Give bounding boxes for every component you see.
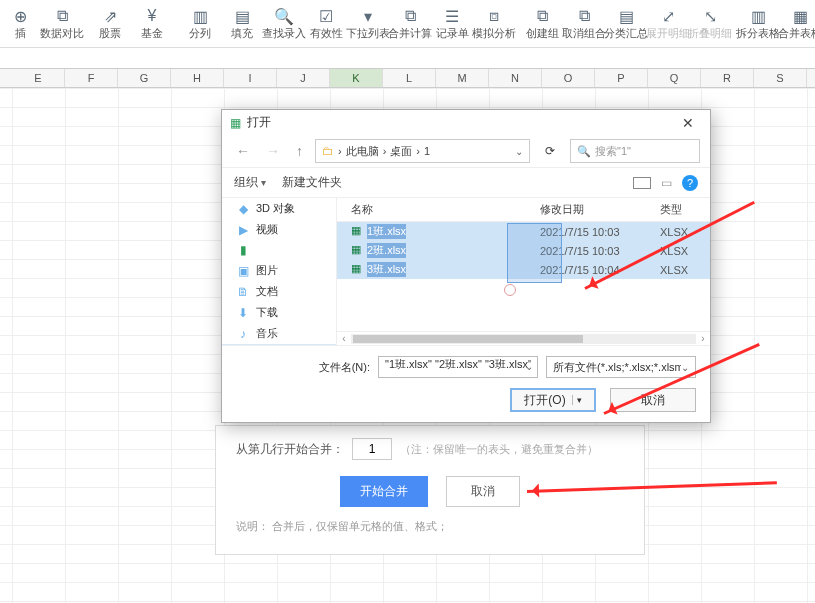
sidebar-item-unknown[interactable]: ▮ bbox=[222, 240, 336, 260]
col-header[interactable]: Q bbox=[648, 69, 701, 87]
ribbon-lookup-entry[interactable]: 🔍 查找录入 bbox=[264, 2, 304, 45]
ribbon-group[interactable]: ⧉ 创建组 bbox=[522, 2, 562, 45]
scroll-thumb[interactable] bbox=[353, 335, 583, 343]
ribbon-ungroup[interactable]: ⧉ 取消组合 bbox=[564, 2, 604, 45]
column-headers: E F G H I J K L M N O P Q R S bbox=[0, 68, 815, 88]
file-list-header[interactable]: 名称 修改日期 类型 bbox=[337, 198, 710, 222]
ribbon-funds[interactable]: ¥ 基金 bbox=[132, 2, 172, 45]
chevron-down-icon[interactable]: ⌄ bbox=[525, 361, 533, 372]
xlsx-icon bbox=[351, 245, 363, 257]
folder-icon bbox=[322, 144, 334, 158]
merge-desc-text: 合并后，仅保留单元格的值、格式； bbox=[272, 520, 448, 532]
col-header[interactable]: S bbox=[754, 69, 807, 87]
scroll-left-icon[interactable]: ‹ bbox=[337, 333, 351, 344]
cancel-button[interactable]: 取消 bbox=[610, 388, 696, 412]
merge-table-icon: ▦ bbox=[790, 6, 810, 26]
funds-icon: ¥ bbox=[142, 6, 162, 26]
sidebar-item-music[interactable]: ♪ 音乐 bbox=[222, 323, 336, 344]
stocks-icon: ⇗ bbox=[100, 6, 120, 26]
ribbon-insert[interactable]: ⊕ 插 bbox=[0, 2, 40, 45]
col-header-selected[interactable]: K bbox=[330, 69, 383, 87]
nav-up-icon[interactable]: ↑ bbox=[292, 141, 307, 161]
sidebar-item-3d-objects[interactable]: ◆ 3D 对象 bbox=[222, 198, 336, 219]
file-row[interactable]: 1班.xlsx 2021/7/15 10:03 XLSX bbox=[337, 222, 710, 241]
open-button[interactable]: 打开(O) ▾ bbox=[510, 388, 596, 412]
file-row[interactable]: 2班.xlsx 2021/7/15 10:03 XLSX bbox=[337, 241, 710, 260]
pictures-icon: ▣ bbox=[236, 264, 250, 278]
sidebar-item-documents[interactable]: 🗎 文档 bbox=[222, 281, 336, 302]
details-pane-icon[interactable]: ▭ bbox=[661, 176, 672, 190]
col-header[interactable]: R bbox=[701, 69, 754, 87]
file-row[interactable]: 3班.xlsx 2021/7/15 10:04 XLSX bbox=[337, 260, 710, 279]
green-box-icon: ▮ bbox=[236, 243, 250, 257]
merge-start-row-input[interactable] bbox=[352, 438, 392, 460]
nav-forward-icon[interactable]: → bbox=[262, 141, 284, 161]
sidebar-item-videos[interactable]: ▶ 视频 bbox=[222, 219, 336, 240]
scroll-right-icon[interactable]: › bbox=[696, 333, 710, 344]
filename-label: 文件名(N): bbox=[319, 360, 370, 375]
validation-icon: ☑ bbox=[316, 6, 336, 26]
nav-back-icon[interactable]: ← bbox=[232, 141, 254, 161]
ribbon-merge-table[interactable]: ▦ 合并表格 bbox=[780, 2, 815, 45]
ribbon-dropdown[interactable]: ▾ 下拉列表 bbox=[348, 2, 388, 45]
documents-icon: 🗎 bbox=[236, 285, 250, 299]
insert-icon: ⊕ bbox=[10, 6, 30, 26]
col-header[interactable]: P bbox=[595, 69, 648, 87]
refresh-icon[interactable]: ⟳ bbox=[538, 144, 562, 158]
search-input[interactable]: 🔍 搜索"1" bbox=[570, 139, 700, 163]
ribbon-fill[interactable]: ▤ 填充 bbox=[222, 2, 262, 45]
col-header[interactable]: H bbox=[171, 69, 224, 87]
view-mode-icon[interactable] bbox=[633, 177, 651, 189]
sidebar-item-pictures[interactable]: ▣ 图片 bbox=[222, 260, 336, 281]
folder-tree[interactable]: ◆ 3D 对象 ▶ 视频 ▮ ▣ 图片 🗎 文档 ⬇ 下载 bbox=[222, 198, 337, 345]
breadcrumb[interactable]: › 此电脑 › 桌面 › 1 ⌄ bbox=[315, 139, 530, 163]
ribbon-validation[interactable]: ☑ 有效性 bbox=[306, 2, 346, 45]
split-table-icon: ▥ bbox=[748, 6, 768, 26]
help-icon[interactable]: ? bbox=[682, 175, 698, 191]
merge-desc-label: 说明： bbox=[236, 520, 269, 532]
ribbon-stocks[interactable]: ⇗ 股票 bbox=[90, 2, 130, 45]
chevron-down-icon[interactable]: ⌄ bbox=[515, 146, 523, 157]
close-icon[interactable]: ✕ bbox=[674, 115, 702, 131]
col-header[interactable]: F bbox=[65, 69, 118, 87]
filename-input[interactable]: "1班.xlsx" "2班.xlsx" "3班.xlsx" ⌄ bbox=[378, 356, 538, 378]
downloads-icon: ⬇ bbox=[236, 306, 250, 320]
ribbon: ⊕ 插 ⧉ 数据对比 ⇗ 股票 ¥ 基金 ▥ 分列 ▤ 填充 🔍 查找录入 ☑ … bbox=[0, 0, 815, 48]
ribbon-whatif[interactable]: ⧈ 模拟分析 bbox=[474, 2, 514, 45]
filetype-filter[interactable]: 所有文件(*.xls;*.xlsx;*.xlsm;*.cs ⌄ bbox=[546, 356, 696, 378]
col-header[interactable]: L bbox=[383, 69, 436, 87]
whatif-icon: ⧈ bbox=[484, 6, 504, 26]
horizontal-scrollbar[interactable]: ‹ › bbox=[337, 331, 710, 345]
start-merge-button[interactable]: 开始合并 bbox=[340, 476, 428, 507]
ribbon-record-form[interactable]: ☰ 记录单 bbox=[432, 2, 472, 45]
col-header[interactable]: G bbox=[118, 69, 171, 87]
split-col-icon: ▥ bbox=[190, 6, 210, 26]
ribbon-split-col[interactable]: ▥ 分列 bbox=[180, 2, 220, 45]
col-header[interactable]: O bbox=[542, 69, 595, 87]
dialog-titlebar[interactable]: ▦ 打开 ✕ bbox=[222, 110, 710, 135]
compare-icon: ⧉ bbox=[52, 6, 72, 26]
ribbon-consolidate[interactable]: ⧉ 合并计算 bbox=[390, 2, 430, 45]
ribbon-split-table[interactable]: ▥ 拆分表格 bbox=[738, 2, 778, 45]
organize-menu[interactable]: 组织 ▾ bbox=[234, 174, 266, 191]
new-folder-button[interactable]: 新建文件夹 bbox=[282, 174, 342, 191]
xlsx-icon bbox=[351, 264, 363, 276]
merge-panel: 从第几行开始合并： （注：保留唯一的表头，避免重复合并） 开始合并 取消 说明：… bbox=[215, 425, 645, 555]
3d-objects-icon: ◆ bbox=[236, 202, 250, 216]
ribbon-data-compare[interactable]: ⧉ 数据对比 bbox=[42, 2, 82, 45]
app-icon: ▦ bbox=[230, 116, 241, 130]
expand-icon: ⤢ bbox=[658, 6, 678, 26]
col-header[interactable]: N bbox=[489, 69, 542, 87]
col-header[interactable]: J bbox=[277, 69, 330, 87]
cancel-merge-button[interactable]: 取消 bbox=[446, 476, 520, 507]
col-header[interactable]: M bbox=[436, 69, 489, 87]
dropdown-icon: ▾ bbox=[358, 6, 378, 26]
search-icon: 🔍 bbox=[577, 145, 591, 158]
music-icon: ♪ bbox=[236, 327, 250, 341]
consolidate-icon: ⧉ bbox=[400, 6, 420, 26]
group-icon: ⧉ bbox=[532, 6, 552, 26]
ribbon-subtotal[interactable]: ▤ 分类汇总 bbox=[606, 2, 646, 45]
col-header[interactable]: E bbox=[12, 69, 65, 87]
col-header[interactable]: I bbox=[224, 69, 277, 87]
sidebar-item-downloads[interactable]: ⬇ 下载 bbox=[222, 302, 336, 323]
